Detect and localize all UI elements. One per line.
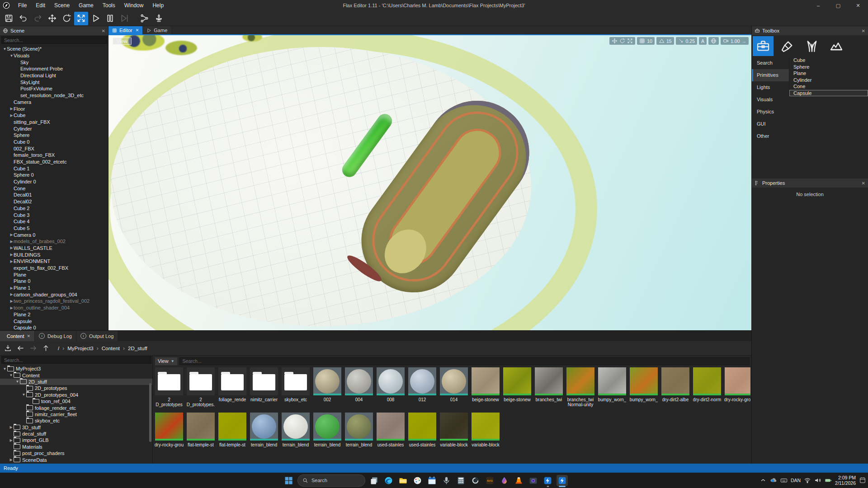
menu-edit[interactable]: Edit [31,2,50,9]
up-button[interactable] [40,343,52,354]
content-tree-row[interactable]: skybox_etc [0,418,152,424]
toolbox-tab-search[interactable]: Search [752,57,789,69]
asset-tile[interactable]: terrain_blend [312,413,343,447]
scene-tree-row[interactable]: ▶cartoon_shader_groups_004 [0,291,108,298]
asset-tile[interactable]: skybox_etc [280,367,311,407]
asset-tile[interactable]: 004 [344,367,374,407]
content-grid-search-input[interactable] [179,357,750,365]
rotate-button[interactable] [60,12,74,25]
close-icon[interactable]: ✕ [27,334,31,338]
scene-tree-row[interactable]: ▼Visuals [0,52,108,59]
taskbar-clock[interactable]: 2:09 PM 2/11/2026 [835,475,856,486]
content-tree-row[interactable]: nimitz_carrier_fleet [0,411,152,418]
asset-tile[interactable]: dry-rocky-grou [723,367,750,407]
scene-tree-row[interactable]: Plane [0,271,108,278]
asset-tile[interactable]: 2D_prototypes. [185,367,216,407]
content-tree-row[interactable]: ▼2D_prototypes_004 [0,392,152,398]
tab-game[interactable]: Game [143,26,171,34]
paint3d-icon[interactable] [499,475,510,486]
asset-tile[interactable]: nimitz_carrier [249,367,279,407]
scene-tree-row[interactable]: Decal01 [0,192,108,198]
vlc-icon[interactable] [513,475,524,486]
minimize-button[interactable]: – [808,0,828,11]
undo-button[interactable] [16,12,30,25]
taskview-icon[interactable] [368,475,380,486]
scene-tree-row[interactable]: ▶ENVIRONMENT [0,258,108,265]
toolbox-tab-physics[interactable]: Physics [752,106,789,118]
tree-expander-icon[interactable]: ▶ [9,306,14,310]
content-tree-row[interactable]: ▼MyProject3 [0,366,152,372]
close-button[interactable]: ✕ [848,0,868,11]
toolbox-item-cube[interactable]: Cube [789,57,868,64]
tab-content[interactable]: Content✕ [0,331,34,341]
content-tree-row[interactable]: ▼2D_stuff [0,379,152,385]
scene-tree-row[interactable]: female_torso_FBX [0,152,108,159]
breadcrumb-2d_stuff[interactable]: 2D_stuff [126,346,149,351]
mode-brush-icon[interactable] [777,36,798,56]
scene-tree-row[interactable]: Plane 2 [0,311,108,318]
content-tree-row[interactable]: 2D_prototypes [0,385,152,391]
move-button[interactable] [45,12,59,25]
tree-expander-icon[interactable]: ▶ [9,107,14,111]
notifications-icon[interactable] [859,477,866,484]
asset-tile[interactable]: beige-stonew [502,367,533,407]
scene-tree-row[interactable]: ▶Floor [0,105,108,112]
scene-tree-row[interactable]: Capsule 0 [0,324,108,330]
cook-button[interactable] [152,12,166,25]
asset-tile[interactable]: dry-dirt2-albe [660,367,691,407]
content-tree-row[interactable]: Materials [0,444,152,450]
tree-expander-icon[interactable]: ▼ [3,47,7,51]
toolbox-item-cone[interactable]: Cone [789,83,868,90]
overlay-group[interactable]: 10 [637,37,655,45]
asset-tile[interactable]: terrain_blend [344,413,374,447]
recorder-icon[interactable] [441,475,452,486]
scene-tree-row[interactable]: Environment Probe [0,66,108,72]
maximize-button[interactable]: ▢ [828,0,848,11]
save-button[interactable] [2,12,16,25]
scene-tree-row[interactable]: Cube 0 [0,139,108,145]
touch-keyboard-icon[interactable] [780,477,788,484]
scene-tree-row[interactable]: FBX_statue_002_etcetc [0,159,108,165]
asset-tile[interactable]: dry-dirt2-norm [692,367,722,407]
view-dropdown[interactable]: View▼ [155,357,178,366]
scene-tree-row[interactable]: ▶Cube [0,112,108,119]
build-button[interactable] [137,12,151,25]
tree-expander-icon[interactable]: ▶ [9,239,14,244]
tree-expander-icon[interactable]: ▶ [9,259,14,263]
mode-foliage-icon[interactable] [802,36,822,56]
content-tree-row[interactable]: ▶SceneData [0,456,152,463]
properties-close-icon[interactable]: ✕ [862,181,865,186]
viewport-3d[interactable]: View 10150.25A1.00→ [108,35,751,330]
content-tree-scrollbar[interactable] [149,383,151,442]
asset-tile[interactable]: foliage_rende [217,367,248,407]
overlay-group[interactable]: 15 [656,37,674,45]
pause-button[interactable] [103,12,117,25]
tree-expander-icon[interactable]: ▶ [9,246,14,250]
asset-tile[interactable]: 002 [312,367,343,407]
play-button[interactable] [89,12,103,25]
tree-expander-icon[interactable]: ▼ [9,54,14,58]
content-tree-row[interactable]: ▶3D_stuff [0,424,152,431]
asset-tile[interactable]: bumpy_worn_ [597,367,627,407]
scene-tree-row[interactable]: ▶models_of_brabes_002 [0,238,108,245]
tree-expander-icon[interactable]: ▶ [9,458,13,462]
tree-expander-icon[interactable]: ▼ [22,393,26,397]
toolbox-item-cylinder[interactable]: Cylinder [789,77,868,84]
scene-tree-row[interactable]: Sky [0,59,108,66]
content-tree-row[interactable]: ▼Content [0,372,152,378]
menu-file[interactable]: File [14,2,31,9]
menu-window[interactable]: Window [120,2,148,9]
scene-tree-row[interactable]: Cube 2 [0,205,108,212]
overlay-group[interactable] [609,37,635,45]
forward-button[interactable] [27,343,39,354]
scene-tree-row[interactable]: Capsule [0,318,108,324]
tree-expander-icon[interactable]: ▼ [9,373,13,377]
import-button[interactable] [2,343,14,354]
content-tree-row[interactable]: post_proc_shaders [0,450,152,456]
asset-tile[interactable]: used-stainles [375,413,406,447]
scene-tree-row[interactable]: 002_FBX [0,145,108,152]
calculator-icon[interactable] [455,475,467,486]
calendar-icon[interactable] [426,475,438,486]
toolbox-tab-visuals[interactable]: Visuals [752,94,789,106]
menu-help[interactable]: Help [148,2,168,9]
